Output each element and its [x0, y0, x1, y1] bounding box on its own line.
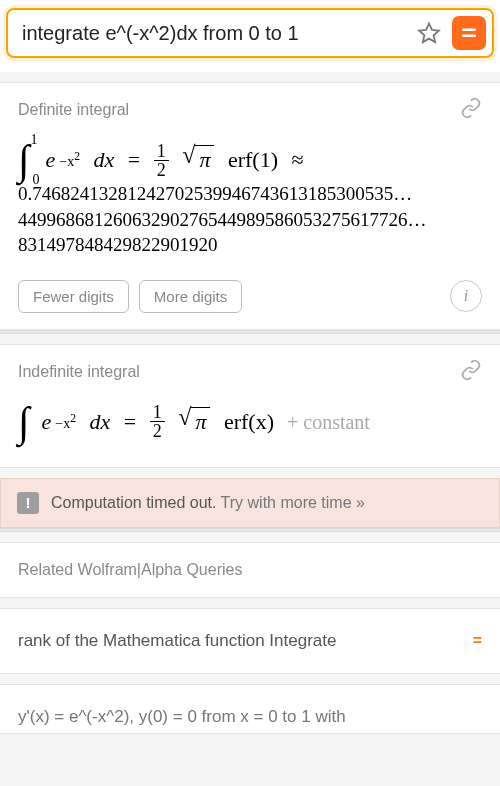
link-icon	[460, 97, 482, 119]
indefinite-integral-math: ∫ e−x2 dx = 12 √π erf(x) + constant	[0, 395, 500, 467]
section-title: Indefinite integral	[18, 363, 140, 381]
definite-integral-math: ∫ 0 1 e−x2 dx = 12 √π erf(1) ≈ 0.7468241…	[0, 133, 500, 272]
related-query-item[interactable]: y'(x) = e^(-x^2), y(0) = 0 from x = 0 to…	[0, 684, 500, 734]
definite-value-line-3: 831497848429822901920	[18, 232, 482, 258]
compute-small-icon: =	[473, 632, 482, 650]
fewer-digits-button[interactable]: Fewer digits	[18, 280, 129, 313]
related-header: Related Wolfram|Alpha Queries	[0, 542, 500, 598]
related-query-label: y'(x) = e^(-x^2), y(0) = 0 from x = 0 to…	[18, 707, 346, 727]
search-box[interactable]	[6, 8, 494, 58]
definite-value-line-2: 4499686812606329027654498958605327561772…	[18, 207, 482, 233]
info-button[interactable]: i	[450, 280, 482, 312]
more-digits-button[interactable]: More digits	[139, 280, 242, 313]
related-query-label: rank of the Mathematica function Integra…	[18, 631, 336, 651]
timeout-banner[interactable]: ! Computation timed out. Try with more t…	[0, 478, 500, 528]
query-input[interactable]	[22, 22, 406, 45]
definite-value-line-1: 0.74682413281242702539946743613185300535…	[18, 181, 482, 207]
favorite-button[interactable]	[414, 18, 444, 48]
svg-marker-0	[419, 24, 439, 43]
link-icon	[460, 359, 482, 381]
warning-icon: !	[17, 492, 39, 514]
permalink-button[interactable]	[460, 359, 482, 385]
info-icon: i	[464, 287, 468, 305]
definite-integral-section: Definite integral ∫ 0 1 e−x2 dx = 12 √π …	[0, 82, 500, 330]
compute-button[interactable]	[452, 16, 486, 50]
related-query-item[interactable]: rank of the Mathematica function Integra…	[0, 608, 500, 674]
svg-rect-2	[462, 35, 476, 38]
equals-icon	[460, 24, 478, 42]
permalink-button[interactable]	[460, 97, 482, 123]
indefinite-integral-section: Indefinite integral ∫ e−x2 dx = 12 √π er…	[0, 344, 500, 468]
section-title: Definite integral	[18, 101, 129, 119]
timeout-retry-link[interactable]: Try with more time »	[221, 494, 365, 511]
timeout-message: Computation timed out.	[51, 494, 216, 511]
svg-rect-1	[462, 29, 476, 32]
star-icon	[417, 21, 441, 45]
